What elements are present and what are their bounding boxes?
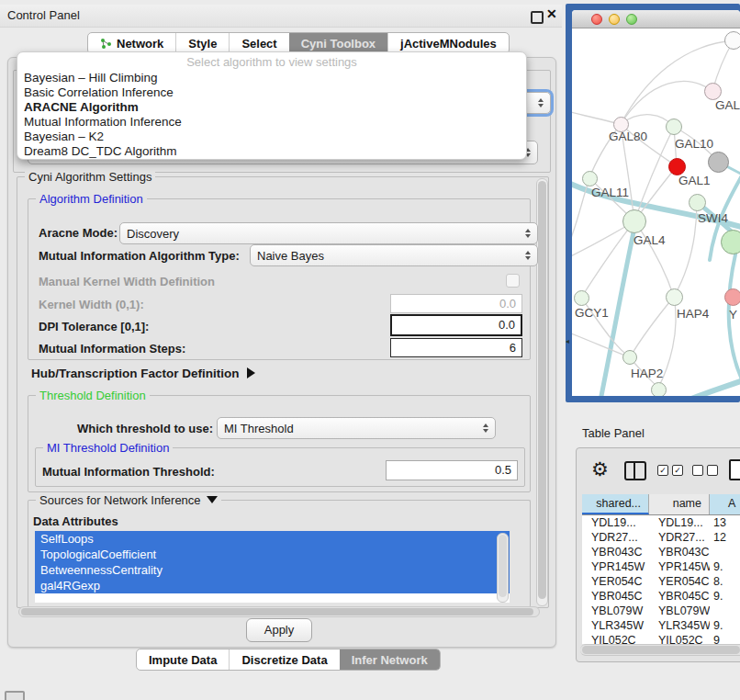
settings-vertical-scrollbar[interactable] [536, 178, 548, 606]
mi-type-value: Naive Bayes [257, 249, 324, 263]
tab-label: Cyni Toolbox [301, 37, 376, 51]
scrollbar-thumb[interactable] [538, 181, 546, 599]
node-label: GAL80 [609, 130, 647, 143]
tab-jactivemnodules[interactable]: jActiveMNodules [387, 33, 509, 53]
checked-columns-icon[interactable]: ✓✓ [657, 465, 683, 476]
network-node[interactable] [574, 290, 589, 306]
tab-impute-data[interactable]: Impute Data [137, 649, 229, 670]
table-row[interactable]: YBR045CYBR045C9. [582, 589, 740, 604]
dropdown-item[interactable]: Mutual Information Inference [17, 115, 526, 130]
network-node[interactable] [704, 83, 722, 100]
dropdown-item[interactable]: Dream8 DC_TDC Algorithm [17, 144, 526, 159]
column-header-partial[interactable]: A [710, 494, 740, 514]
splitter-handle[interactable]: ◂ [566, 337, 572, 346]
close-traffic-light-icon[interactable] [591, 14, 602, 25]
tab-infer-network[interactable]: Infer Network [340, 649, 440, 670]
tab-network[interactable]: Network [88, 33, 175, 53]
node-label: HAP4 [677, 307, 709, 321]
mi-threshold-label: Mutual Information Threshold: [42, 465, 215, 479]
column-header-name[interactable]: name [649, 494, 710, 514]
sources-title: Sources for Network Inference [39, 493, 201, 507]
table-row[interactable]: YDL19...YDL19...13 [582, 515, 740, 530]
stepper-icon [520, 229, 531, 238]
table-row[interactable]: YPR145WYPR145W9. [582, 559, 740, 574]
float-icon[interactable] [531, 11, 544, 24]
list-item[interactable]: BetweennessCentrality [35, 562, 510, 578]
table-cell: YBR045C [582, 589, 649, 604]
list-item[interactable]: TopologicalCoefficient [35, 547, 510, 562]
column-header-shared-name[interactable]: shared... [582, 494, 649, 514]
apply-button[interactable]: Apply [246, 618, 312, 642]
dpi-tolerance-field[interactable]: 0.0 [390, 314, 522, 336]
scrollbar-thumb[interactable] [499, 535, 507, 597]
table-cell: YDL19... [649, 515, 710, 530]
network-node[interactable] [666, 288, 683, 306]
table-row[interactable]: YIL052CYIL052C9 [582, 633, 740, 644]
gear-icon[interactable]: ⚙ [591, 458, 609, 480]
mi-threshold-field[interactable]: 0.5 [386, 460, 518, 480]
network-node[interactable] [724, 288, 740, 306]
kernel-width-field[interactable]: 0.0 [390, 294, 522, 313]
table-row[interactable]: YBL079WYBL079W [582, 604, 740, 618]
panel-corner-icon[interactable] [5, 691, 25, 700]
network-node[interactable] [708, 152, 729, 173]
close-icon[interactable]: ✕ [546, 6, 557, 21]
zoom-traffic-light-icon[interactable] [626, 14, 637, 25]
table-cell: YBR043C [582, 545, 649, 559]
unchecked-columns-icon[interactable] [692, 465, 718, 476]
tab-discretize-data[interactable]: Discretize Data [229, 649, 339, 670]
network-node[interactable] [721, 230, 740, 254]
network-window-titlebar[interactable] [572, 10, 740, 28]
tab-style[interactable]: Style [175, 33, 229, 53]
network-canvas[interactable]: GALGAL80GAL10GAL1GAL11SWI4GAL4GCY1HAP4YH… [572, 28, 740, 396]
list-item[interactable]: SelfLoops [35, 531, 510, 547]
dropdown-item-selected[interactable]: ARACNE Algorithm [17, 100, 526, 115]
network-node[interactable] [582, 171, 598, 186]
dropdown-item[interactable]: Bayesian – Hill Climbing [17, 71, 526, 85]
settings-horizontal-scrollbar[interactable] [18, 606, 540, 617]
network-node[interactable] [651, 382, 667, 397]
table-row[interactable]: YBR043CYBR043C [582, 545, 740, 559]
scrollbar-thumb[interactable] [582, 646, 740, 654]
minimize-traffic-light-icon[interactable] [609, 14, 620, 25]
chevron-down-icon [207, 496, 218, 503]
hub-definition-toggle[interactable]: Hub/Transcription Factor Definition [31, 367, 255, 380]
manual-kernel-checkbox[interactable] [506, 274, 520, 288]
network-node[interactable] [724, 31, 740, 50]
columns-icon[interactable] [624, 461, 646, 480]
network-node[interactable] [622, 209, 646, 233]
tab-label: Infer Network [352, 653, 428, 667]
node-label: HAP2 [631, 367, 663, 380]
mi-type-label: Mutual Information Algorithm Type: [39, 249, 240, 263]
aracne-mode-combo[interactable]: Discovery [119, 222, 538, 244]
dropdown-item[interactable]: Basic Correlation Inference [17, 85, 526, 100]
tab-select[interactable]: Select [229, 33, 288, 53]
table-body: YDL19...YDL19...13YDR27...YDR27...12YBR0… [582, 515, 740, 644]
table-row[interactable]: YLR345WYLR345W9. [582, 618, 740, 633]
table-cell: 8. [710, 574, 740, 589]
network-node[interactable] [689, 194, 706, 211]
control-panel-titlebar: Control Panel ✕ [0, 5, 562, 28]
tab-cyni-toolbox[interactable]: Cyni Toolbox [289, 33, 387, 53]
table-horizontal-scrollbar[interactable] [580, 644, 740, 656]
attributes-scrollbar[interactable] [497, 533, 509, 603]
table-cell: YDL19... [582, 515, 649, 530]
stepper-icon [533, 98, 544, 107]
stepper-icon [477, 423, 488, 433]
network-node[interactable] [668, 158, 686, 175]
network-node[interactable] [622, 350, 637, 365]
table-row[interactable]: YER054CYER054C8. [582, 574, 740, 589]
sources-toggle[interactable]: Sources for Network Inference [36, 493, 221, 507]
algorithm-dropdown: Select algorithm to view settings Bayesi… [17, 51, 527, 160]
mi-steps-field[interactable]: 6 [390, 338, 522, 357]
table-row[interactable]: YDR27...YDR27...12 [582, 530, 740, 545]
mi-type-combo[interactable]: Naive Bayes [250, 244, 538, 266]
which-threshold-combo[interactable]: MI Threshold [217, 417, 496, 439]
network-node[interactable] [666, 119, 682, 135]
table-header-row: shared... name A [582, 494, 740, 515]
dropdown-item[interactable]: Bayesian – K2 [17, 130, 526, 144]
scrollbar-thumb[interactable] [21, 608, 533, 615]
table-panel-title: Table Panel [582, 426, 645, 440]
page-icon[interactable] [729, 459, 740, 480]
list-item[interactable]: gal4RGexp [35, 578, 510, 593]
